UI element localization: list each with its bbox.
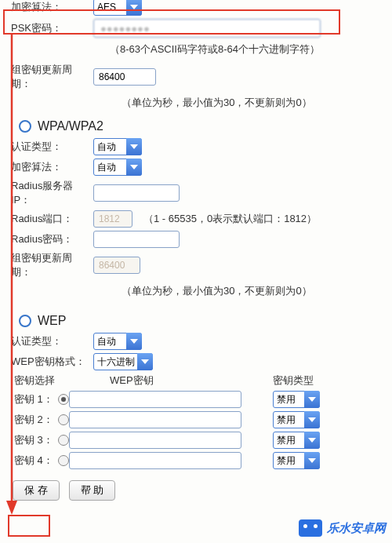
wpa-heading-text: WPA/WPA2 — [38, 119, 103, 133]
wep-col-type-header: 密钥类型 — [273, 374, 367, 388]
wep-key-type-select[interactable]: 禁用 — [273, 452, 320, 469]
watermark: 乐水安卓网 — [299, 519, 386, 537]
wpa-group-key-label: 组密钥更新周期： — [11, 251, 93, 279]
psk-group-key-label: 组密钥更新周期： — [11, 63, 93, 91]
radius-pwd-label: Radius密码： — [11, 232, 93, 246]
wep-col-select-header: 密钥选择 — [14, 374, 69, 388]
wpa-auth-type-select[interactable]: 自动 — [93, 138, 142, 155]
psk-password-hint: （8-63个ASCII码字符或8-64个十六进制字符） — [110, 41, 392, 58]
wep-key-format-select[interactable]: 十六进制 — [93, 353, 153, 370]
svg-marker-1 — [6, 501, 17, 515]
wep-key-label: 密钥 4： — [14, 454, 53, 468]
radio-icon — [19, 315, 31, 327]
wep-auth-type-label: 认证类型： — [11, 334, 93, 348]
wep-key-input[interactable] — [69, 432, 241, 449]
wep-key-type-select[interactable]: 禁用 — [273, 391, 320, 408]
wpa-encrypt-algo-label: 加密算法： — [11, 160, 93, 174]
wep-key-format-label: WEP密钥格式： — [11, 355, 93, 369]
radius-port-label: Radius端口： — [11, 212, 93, 226]
wep-key-radio[interactable] — [58, 435, 69, 446]
wep-key-row: 密钥 3：禁用 — [14, 432, 375, 449]
psk-encrypt-algo-select[interactable]: AES — [93, 0, 142, 16]
wep-key-type-select[interactable]: 禁用 — [273, 411, 320, 428]
radius-port-hint: （1 - 65535，0表示默认端口：1812） — [143, 212, 317, 226]
wep-key-label: 密钥 3： — [14, 433, 53, 447]
wpa-auth-type-label: 认证类型： — [11, 140, 93, 154]
watermark-icon — [299, 519, 322, 537]
wep-auth-type-select[interactable]: 自动 — [93, 333, 142, 350]
psk-encrypt-algo-label: 加密算法： — [11, 0, 93, 14]
wep-col-key-header: WEP密钥 — [69, 374, 273, 388]
wep-key-type-select[interactable]: 禁用 — [273, 432, 320, 449]
watermark-text: 乐水安卓网 — [327, 521, 386, 536]
wep-section-heading[interactable]: WEP — [19, 314, 392, 328]
wep-key-label: 密钥 2： — [14, 413, 53, 427]
wep-key-input[interactable] — [69, 452, 241, 469]
wep-key-row: 密钥 1：禁用 — [14, 391, 375, 408]
wep-key-input[interactable] — [69, 391, 241, 408]
save-button[interactable]: 保 存 — [13, 480, 60, 501]
wep-key-row: 密钥 2：禁用 — [14, 411, 375, 428]
psk-password-label: PSK密码： — [11, 21, 93, 35]
wep-heading-text: WEP — [38, 314, 66, 328]
wep-key-radio[interactable] — [58, 455, 69, 466]
wep-key-radio[interactable] — [58, 394, 69, 405]
radius-ip-input[interactable] — [93, 184, 180, 202]
wpa-encrypt-algo-select[interactable]: 自动 — [93, 159, 142, 176]
radius-port-input[interactable] — [93, 210, 132, 228]
help-button[interactable]: 帮 助 — [69, 480, 116, 501]
wpa-section-heading[interactable]: WPA/WPA2 — [19, 119, 392, 133]
annotation-save-box — [8, 515, 50, 537]
wep-key-radio[interactable] — [58, 414, 69, 425]
radius-ip-label: Radius服务器IP： — [11, 179, 93, 207]
wpa-group-key-hint: （单位为秒，最小值为30，不更新则为0） — [122, 282, 392, 300]
radius-pwd-input[interactable] — [93, 231, 180, 248]
psk-group-key-hint: （单位为秒，最小值为30，不更新则为0） — [122, 94, 392, 111]
psk-group-key-input[interactable] — [93, 68, 156, 86]
psk-password-input[interactable]: ●●●●●●●● — [93, 19, 321, 38]
wpa-group-key-input[interactable] — [93, 257, 140, 274]
wep-key-row: 密钥 4：禁用 — [14, 452, 375, 469]
wep-key-input[interactable] — [69, 411, 241, 428]
wep-key-label: 密钥 1： — [14, 392, 53, 406]
radio-icon — [19, 120, 31, 133]
